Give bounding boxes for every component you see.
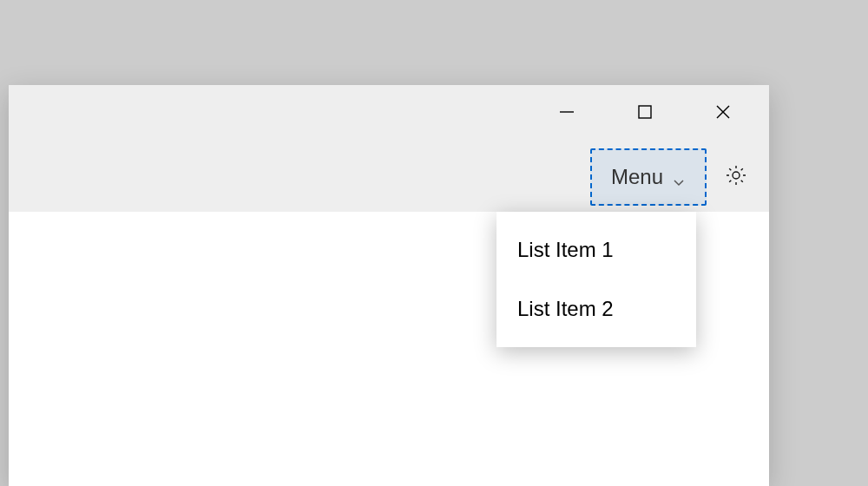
minimize-button[interactable] bbox=[528, 85, 606, 142]
menu-item-label: List Item 2 bbox=[517, 297, 614, 320]
maximize-icon bbox=[636, 103, 654, 124]
close-button[interactable] bbox=[684, 85, 762, 142]
svg-rect-1 bbox=[639, 106, 651, 118]
menu-item[interactable]: List Item 1 bbox=[496, 220, 696, 279]
chevron-down-icon bbox=[672, 170, 686, 184]
menu-label: Menu bbox=[611, 165, 663, 189]
menu-dropdown: List Item 1 List Item 2 bbox=[496, 212, 696, 347]
toolbar: Menu bbox=[9, 142, 769, 212]
titlebar bbox=[9, 85, 769, 142]
minimize-icon bbox=[558, 103, 575, 124]
menu-item-label: List Item 1 bbox=[517, 238, 614, 261]
menu-dropdown-button[interactable]: Menu bbox=[590, 148, 707, 206]
settings-button[interactable] bbox=[710, 148, 762, 206]
maximize-button[interactable] bbox=[606, 85, 684, 142]
close-icon bbox=[714, 103, 732, 124]
menu-item[interactable]: List Item 2 bbox=[496, 279, 696, 338]
gear-icon bbox=[724, 163, 748, 191]
svg-point-4 bbox=[733, 172, 740, 179]
